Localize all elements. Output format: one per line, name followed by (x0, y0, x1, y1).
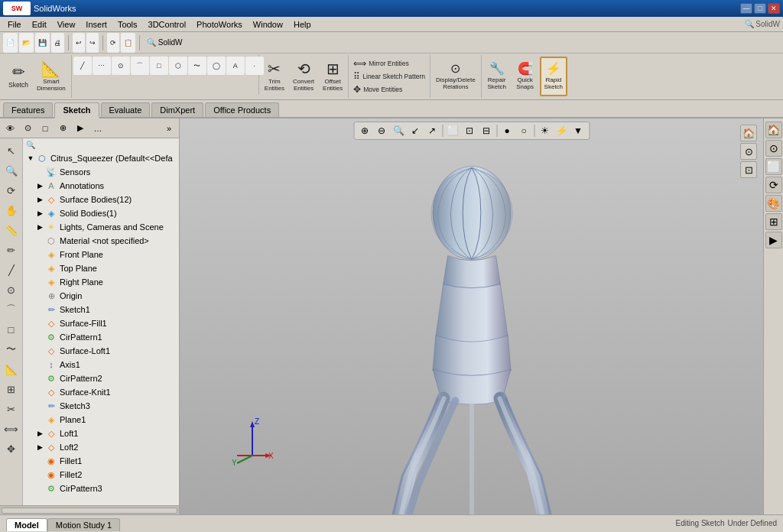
display-style-button[interactable]: ● (499, 124, 515, 138)
line-tool-btn[interactable]: ╱ (2, 261, 21, 279)
convert-entities-button[interactable]: ⟲ ConvertEntities (289, 57, 318, 96)
tree-filter[interactable]: 🔍 (24, 140, 177, 150)
tree-front-plane[interactable]: ◈ Front Plane (24, 248, 177, 261)
relation-btn[interactable]: ⊞ (2, 380, 21, 398)
sidebar-play-button[interactable]: ▶ (72, 120, 89, 137)
pan-tool[interactable]: ✋ (2, 201, 21, 219)
tree-lights[interactable]: ▶ ☀ Lights, Cameras and Scene (24, 220, 177, 234)
tree-sensors[interactable]: 📡 Sensors (24, 165, 177, 179)
rectangle-tool[interactable]: □ (150, 57, 168, 75)
sidebar-arrow-button[interactable]: » (161, 120, 177, 137)
undo-button[interactable]: ↩ (73, 33, 85, 53)
rotate-tool[interactable]: ⟳ (2, 181, 21, 200)
smart-dimension-button[interactable]: 📐 SmartDimension (33, 57, 70, 96)
open-button[interactable]: 📂 (19, 33, 34, 53)
tree-surface-loft1[interactable]: ◇ Surface-Loft1 (24, 344, 177, 358)
section-view-button[interactable]: ⊟ (479, 124, 494, 138)
zoom-to-fit-button[interactable]: ⊕ (357, 124, 372, 138)
right-play-button[interactable]: ▶ (765, 232, 782, 248)
home-view-btn[interactable]: 🏠 (740, 125, 757, 141)
tree-origin[interactable]: ⊕ Origin (24, 289, 177, 303)
tree-right-plane[interactable]: ◈ Right Plane (24, 275, 177, 289)
linear-sketch-pattern-button[interactable]: ⠿ Linear Sketch Pattern (350, 70, 428, 83)
quick-snaps-button[interactable]: 🧲 QuickSnaps (512, 57, 539, 96)
tree-surface-bodies[interactable]: ▶ ◇ Surface Bodies(12) (24, 193, 177, 206)
expand-root[interactable]: ▼ (26, 154, 35, 163)
menu-tools[interactable]: Tools (113, 18, 142, 31)
tree-loft2[interactable]: ▶ ◇ Loft2 (24, 440, 177, 454)
tree-annotations[interactable]: ▶ A Annotations (24, 179, 177, 193)
ellipse-tool[interactable]: ◯ (207, 57, 226, 75)
tree-sketch3[interactable]: ✏ Sketch3 (24, 399, 177, 413)
tab-office-products[interactable]: Office Products (205, 102, 279, 117)
menu-help[interactable]: Help (289, 18, 316, 31)
file-props-button[interactable]: 📋 (121, 33, 135, 53)
tab-sketch[interactable]: Sketch (54, 102, 99, 118)
redo-button[interactable]: ↪ (86, 33, 99, 53)
tree-root[interactable]: ▼ ⬡ Citrus_Squeezer (Default<<Defa (24, 151, 177, 165)
repair-sketch-button[interactable]: 🔧 RepairSketch (483, 57, 511, 96)
menu-photoworks[interactable]: PhotoWorks (192, 18, 247, 31)
right-zoom-button[interactable]: ⊙ (765, 140, 782, 157)
polygon-tool[interactable]: ⬡ (169, 57, 187, 75)
view-selector-button[interactable]: ⊡ (462, 124, 477, 138)
spline-tool[interactable]: 〜 (188, 57, 206, 75)
menu-view[interactable]: View (53, 18, 80, 31)
menu-insert[interactable]: Insert (81, 18, 112, 31)
rebuild-button[interactable]: ⟳ (107, 33, 119, 53)
right-home-button[interactable]: 🏠 (765, 122, 782, 138)
tree-solid-bodies[interactable]: ▶ ◈ Solid Bodies(1) (24, 206, 177, 220)
dim-btn[interactable]: 📐 (2, 360, 21, 378)
menu-file[interactable]: File (3, 18, 26, 31)
apply-scene-button[interactable]: ⚡ (554, 124, 569, 138)
line-tool[interactable]: ╱ (73, 57, 92, 75)
tree-cir-pattern3[interactable]: ⚙ CirPattern3 (24, 482, 177, 495)
tree-fillet2[interactable]: ◉ Fillet2 (24, 468, 177, 482)
tab-evaluate[interactable]: Evaluate (101, 102, 151, 117)
lights-button[interactable]: ☀ (537, 124, 552, 138)
sidebar-scrollbar[interactable] (0, 505, 179, 514)
mirror-btn[interactable]: ⟺ (2, 420, 21, 438)
tree-fillet1[interactable]: ◉ Fillet1 (24, 454, 177, 468)
arc-btn[interactable]: ⌒ (2, 300, 21, 319)
maximize-button[interactable]: □ (754, 3, 766, 14)
sidebar-add-button[interactable]: ⊕ (54, 120, 71, 137)
tab-dimxpert[interactable]: DimXpert (151, 102, 203, 117)
normal-to-btn[interactable]: ⊡ (740, 161, 757, 178)
sketch-button[interactable]: ✏ Sketch (5, 57, 32, 96)
right-display-button[interactable]: ⊞ (765, 213, 782, 230)
tab-features[interactable]: Features (3, 102, 53, 117)
status-tab-model[interactable]: Model (6, 518, 47, 531)
right-rotate-button[interactable]: ⟳ (765, 177, 782, 193)
tree-axis1[interactable]: ↕ Axis1 (24, 358, 177, 371)
move-btn-sidebar[interactable]: ✥ (2, 440, 21, 458)
spline-btn[interactable]: 〜 (2, 340, 21, 358)
tree-sketch1[interactable]: ✏ Sketch1 (24, 303, 177, 316)
rectangle-btn[interactable]: □ (2, 320, 21, 339)
zoom-out-button[interactable]: ⊖ (374, 124, 389, 138)
status-tab-motion[interactable]: Motion Study 1 (47, 518, 120, 531)
tree-top-plane[interactable]: ◈ Top Plane (24, 261, 177, 275)
zoom-fit-btn[interactable]: ⊙ (740, 143, 757, 160)
viewport[interactable]: ⊕ ⊖ 🔍 ↙ ↗ ⬜ ⊡ ⊟ ● ○ ☀ ⚡ ▼ (180, 118, 763, 514)
trim-entities-button[interactable]: ✂ TrimEntities (261, 57, 288, 96)
view-settings-button[interactable]: ▼ (570, 124, 586, 138)
trim-btn[interactable]: ✂ (2, 400, 21, 418)
circle-tool[interactable]: ⊙ (112, 57, 130, 75)
right-view-button[interactable]: ⬜ (765, 158, 782, 175)
save-button[interactable]: 💾 (35, 33, 50, 53)
standard-views-button[interactable]: ⬜ (445, 124, 460, 138)
tree-plane1[interactable]: ◈ Plane1 (24, 413, 177, 427)
tree-surface-fill1[interactable]: ◇ Surface-Fill1 (24, 316, 177, 330)
display-delete-relations-button[interactable]: ⊙ Display/DeleteRelations (432, 57, 479, 96)
minimize-button[interactable]: — (740, 3, 752, 14)
menu-window[interactable]: Window (249, 18, 288, 31)
select-tool[interactable]: ↖ (2, 141, 21, 160)
sidebar-sq-button[interactable]: □ (37, 120, 54, 137)
tree-cir-pattern1[interactable]: ⚙ CirPattern1 (24, 330, 177, 344)
rotate-button[interactable]: ↗ (424, 124, 440, 138)
centerline-tool[interactable]: ⋯ (93, 57, 111, 75)
tree-cir-pattern2[interactable]: ⚙ CirPattern2 (24, 371, 177, 385)
tree-loft1[interactable]: ▶ ◇ Loft1 (24, 427, 177, 440)
hide-show-button[interactable]: ○ (516, 124, 531, 138)
